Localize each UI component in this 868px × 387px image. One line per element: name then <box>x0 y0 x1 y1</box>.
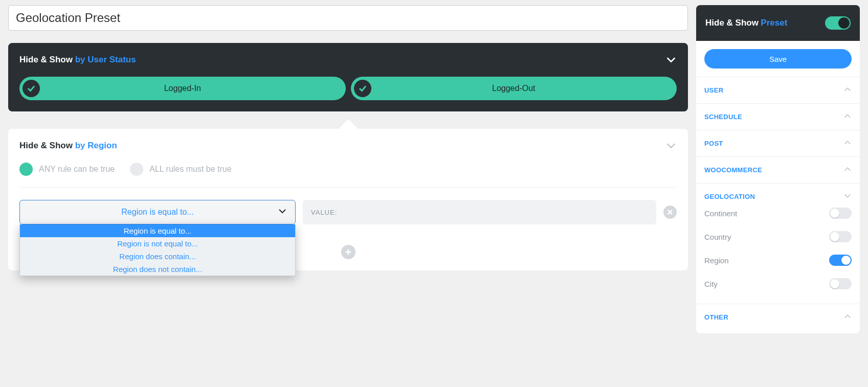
section-header-schedule[interactable]: SCHEDULE <box>696 112 860 122</box>
chevron-down-icon <box>278 207 287 218</box>
panel-prefix: Hide & Show <box>19 141 73 150</box>
section-user: USER <box>696 77 860 103</box>
pill-label: Logged-Out <box>351 84 677 93</box>
sidebar-title-suffix: Preset <box>761 18 787 28</box>
section-label: POST <box>704 140 723 147</box>
panel-suffix: by Region <box>75 141 117 150</box>
city-toggle[interactable] <box>829 278 852 289</box>
add-rule-button[interactable] <box>341 245 355 259</box>
condition-select[interactable]: Region is equal to... <box>19 200 296 224</box>
item-label: City <box>704 280 718 288</box>
user-status-panel: Hide & Show by User Status Logged-In Log… <box>8 43 688 111</box>
item-label: Continent <box>704 209 737 218</box>
section-label: SCHEDULE <box>704 113 742 121</box>
section-label: USER <box>704 86 723 94</box>
item-label: Country <box>704 233 731 241</box>
section-other: OTHER <box>696 304 860 330</box>
chevron-down-icon[interactable] <box>665 140 677 151</box>
toggle-knob <box>841 256 851 265</box>
geo-item-region: Region <box>696 248 860 272</box>
any-rule-radio[interactable]: ANY rule can be true <box>19 163 115 176</box>
item-label: Region <box>704 256 729 265</box>
geo-item-city: City <box>696 272 860 295</box>
all-rules-radio[interactable]: ALL rules must be true <box>130 163 231 176</box>
region-toggle[interactable] <box>829 255 852 266</box>
country-toggle[interactable] <box>829 231 852 242</box>
panel-prefix: Hide & Show <box>19 55 73 64</box>
geo-item-country: Country <box>696 225 860 248</box>
select-value: Region is equal to... <box>121 208 193 217</box>
preset-enable-toggle[interactable] <box>825 16 851 30</box>
dropdown-option[interactable]: Region does not contain... <box>20 263 295 276</box>
toggle-knob <box>830 279 839 288</box>
geo-item-continent: Continent <box>696 201 860 225</box>
dropdown-option[interactable]: Region does contain... <box>20 250 295 263</box>
toggle-knob <box>838 17 850 29</box>
pill-label: Logged-In <box>19 84 346 93</box>
section-geolocation: GEOLOCATION Continent Country Region Cit… <box>696 183 860 304</box>
chevron-down-icon <box>843 192 852 201</box>
continent-toggle[interactable] <box>829 208 852 219</box>
section-label: WOOCOMMERCE <box>704 166 762 174</box>
section-schedule: SCHEDULE <box>696 103 860 130</box>
chevron-up-icon <box>843 165 852 175</box>
section-post: POST <box>696 130 860 156</box>
chevron-up-icon <box>843 85 852 95</box>
sidebar-header: Hide & Show Preset <box>696 5 860 41</box>
panel-suffix: by User Status <box>75 55 136 64</box>
rule-value-input[interactable] <box>303 200 656 224</box>
preset-title-input[interactable] <box>8 5 688 31</box>
chevron-down-icon[interactable] <box>665 54 677 65</box>
radio-dot-icon <box>130 163 143 176</box>
section-header-user[interactable]: USER <box>696 85 860 95</box>
save-button[interactable]: Save <box>704 49 852 69</box>
section-header-woocommerce[interactable]: WOOCOMMERCE <box>696 165 860 175</box>
dropdown-option[interactable]: Region is not equal to... <box>20 237 295 250</box>
toggle-knob <box>830 209 839 218</box>
logged-out-pill[interactable]: Logged-Out <box>351 77 677 100</box>
section-woocommerce: WOOCOMMERCE <box>696 156 860 183</box>
logged-in-pill[interactable]: Logged-In <box>19 77 346 100</box>
section-label: GEOLOCATION <box>704 193 755 200</box>
dropdown-option[interactable]: Region is equal to... <box>20 224 295 237</box>
section-header-geolocation[interactable]: GEOLOCATION <box>696 192 860 201</box>
radio-label: ANY rule can be true <box>39 165 115 174</box>
section-header-post[interactable]: POST <box>696 139 860 148</box>
radio-label: ALL rules must be true <box>149 165 231 174</box>
section-label: OTHER <box>704 313 728 321</box>
region-panel: Hide & Show by Region ANY rule can be tr… <box>8 129 688 270</box>
panel-pointer <box>338 119 359 129</box>
chevron-up-icon <box>843 312 852 322</box>
radio-dot-icon <box>19 163 33 176</box>
sidebar-title-prefix: Hide & Show <box>705 18 759 28</box>
toggle-knob <box>830 232 839 241</box>
chevron-up-icon <box>843 139 852 148</box>
condition-dropdown: Region is equal to... Region is not equa… <box>19 224 296 276</box>
chevron-up-icon <box>843 112 852 122</box>
section-header-other[interactable]: OTHER <box>696 312 860 322</box>
remove-rule-button[interactable] <box>663 206 677 219</box>
